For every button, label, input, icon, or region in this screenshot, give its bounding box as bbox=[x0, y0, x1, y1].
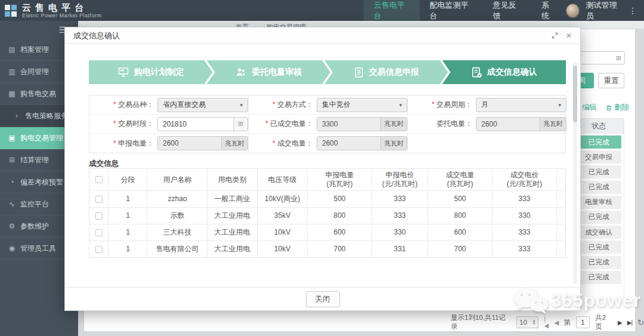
nav-item-distribution-monitor[interactable]: 配电监测平台 bbox=[420, 0, 483, 21]
status-badge: 已完成 bbox=[576, 165, 621, 178]
refresh-icon[interactable]: ↻ bbox=[637, 318, 644, 327]
empty-cell bbox=[408, 134, 566, 153]
status-badge: 已完成 bbox=[576, 256, 621, 269]
more-menu-icon[interactable]: ⋮ bbox=[628, 6, 637, 16]
table-row[interactable]: 1 三大科技 大工业用电 10kV 600 330 600 333 bbox=[89, 224, 565, 241]
close-icon[interactable]: ✕ bbox=[566, 32, 572, 40]
step-deal-confirm[interactable]: 成交信息确认 bbox=[442, 60, 566, 84]
step-purchase-plan[interactable]: 购电计划制定 bbox=[89, 60, 213, 84]
modal-scrollbar[interactable] bbox=[573, 62, 577, 284]
settlement-icon: ⊞ bbox=[8, 156, 16, 164]
top-header: 云售电平台 Eletric Power Market Platform 云售电平… bbox=[0, 0, 644, 21]
input-value: 3300 bbox=[317, 118, 380, 131]
maximize-icon[interactable] bbox=[552, 32, 558, 39]
status-column: 已完成 交易申报 已完成 已完成 电量审核 已完成 成交确认 已完成 已完成 已… bbox=[574, 134, 624, 286]
entrust-volume-input[interactable]: 2600兆瓦时 bbox=[476, 117, 566, 131]
edit-button[interactable]: 编辑 bbox=[582, 103, 597, 113]
table-row[interactable]: 1 zzhao 一般工商业 10kV(商业) 500 333 500 333 bbox=[89, 191, 565, 208]
nav-item-feedback[interactable]: 意见反馈 bbox=[482, 0, 531, 21]
table-row[interactable]: 1 示数 大工业用电 35kV 800 333 800 330 bbox=[89, 208, 565, 224]
status-badge: 已完成 bbox=[576, 135, 621, 149]
select-all-checkbox[interactable] bbox=[95, 176, 103, 183]
page-size-select[interactable]: 10 ▲ ▼ bbox=[516, 316, 538, 328]
gear-icon: ⚙ bbox=[8, 222, 16, 230]
sidebar-item-label: 合同管理 bbox=[20, 67, 49, 77]
dealt-volume-input[interactable]: 3300兆瓦时 bbox=[317, 117, 407, 131]
field-label: 交易时段： bbox=[118, 119, 154, 128]
last-page-button[interactable]: ▶| bbox=[627, 319, 632, 326]
sidebar-item-label: 参数维护 bbox=[20, 221, 49, 232]
status-badge: 成交确认 bbox=[576, 226, 621, 239]
select-value: 省内直接交易 bbox=[163, 100, 206, 110]
reset-button[interactable]: 重置 bbox=[598, 73, 624, 88]
total-pages: 共2页 bbox=[595, 313, 612, 331]
field-label: 交易方式： bbox=[277, 100, 313, 109]
calendar-icon[interactable]: ⊞ bbox=[233, 118, 247, 131]
status-badge: 已完成 bbox=[576, 181, 621, 194]
sidebar-item-label: 监控平台 bbox=[20, 199, 49, 209]
logo-squares-icon bbox=[5, 5, 17, 17]
next-page-button[interactable]: ▶ bbox=[618, 319, 622, 326]
caret-down-icon: ▾ bbox=[240, 102, 243, 108]
select-value: 月 bbox=[481, 100, 488, 110]
col-declared-qty: 申报电量(兆瓦时) bbox=[308, 169, 372, 190]
delete-button[interactable]: 删除 bbox=[605, 103, 629, 113]
col-deal-qty: 成交电量(兆瓦时) bbox=[428, 169, 493, 190]
deal-volume-input[interactable]: 2600兆瓦时 bbox=[317, 136, 407, 150]
trade-variety-select[interactable]: 省内直接交易▾ bbox=[157, 98, 248, 112]
required-star: * bbox=[430, 100, 435, 109]
trade-timeslot-input[interactable]: 201810⊞ bbox=[157, 117, 248, 131]
submenu-arrow-icon: › bbox=[13, 112, 21, 120]
field-entrust-volume: 委托电量： 2600兆瓦时 bbox=[408, 115, 566, 134]
field-declared-volume: * 申报电量： 2600兆瓦时 bbox=[89, 134, 249, 153]
unit-addon: 兆瓦时 bbox=[221, 137, 247, 150]
calendar-icon: ⊞ bbox=[616, 54, 621, 62]
field-dealt-volume: * 已成交电量： 3300兆瓦时 bbox=[249, 115, 408, 134]
step-entrust-review[interactable]: 委托电量审核 bbox=[207, 60, 331, 84]
nav-item-system[interactable]: 系统 bbox=[531, 0, 566, 21]
declared-volume-input[interactable]: 2600兆瓦时 bbox=[157, 136, 248, 150]
row-checkbox[interactable] bbox=[95, 212, 103, 220]
col-filler bbox=[557, 169, 565, 190]
row-checkbox[interactable] bbox=[95, 229, 103, 236]
table-header-row: 分段 用户名称 用电类别 电压等级 申报电量(兆瓦时) 申报电价(元/兆瓦时) … bbox=[89, 169, 565, 191]
table-row[interactable]: 1 售电有限公司 大工业用电 10kV 700 331 700 333 bbox=[89, 241, 565, 257]
doc-icon: ▣ bbox=[8, 134, 16, 142]
field-trade-variety: * 交易品种： 省内直接交易▾ bbox=[89, 95, 249, 115]
watermark: 365power bbox=[512, 286, 641, 315]
column-divider bbox=[624, 118, 624, 303]
input-value: 2600 bbox=[317, 137, 380, 150]
prev-page-button[interactable]: ◀ bbox=[555, 319, 559, 326]
caret-down-icon: ▾ bbox=[558, 102, 561, 108]
step-trade-declare[interactable]: 交易信息申报 bbox=[324, 60, 448, 84]
unit-addon: 兆瓦时 bbox=[380, 137, 407, 150]
step-label: 委托电量审核 bbox=[252, 67, 302, 78]
contract-icon: ▥ bbox=[8, 67, 16, 76]
first-page-button[interactable]: |◀ bbox=[544, 316, 549, 329]
sidebar-item-label: 管理员工具 bbox=[20, 243, 56, 254]
field-label: 申报电量： bbox=[118, 139, 154, 147]
wechat-icon bbox=[512, 286, 550, 315]
app-logo: 云售电平台 Eletric Power Market Platform bbox=[0, 3, 122, 19]
caret-down-icon: ▾ bbox=[399, 102, 402, 108]
unit-addon: 兆瓦时 bbox=[540, 118, 566, 131]
field-deal-volume: * 成交电量： 2600兆瓦时 bbox=[249, 134, 408, 153]
row-checkbox[interactable] bbox=[95, 196, 103, 203]
nav-item-cloud-platform[interactable]: 云售电平台 bbox=[364, 0, 420, 21]
close-button[interactable]: 关闭 bbox=[306, 291, 340, 307]
scrollbar-thumb[interactable] bbox=[573, 66, 577, 122]
page-number-input[interactable]: 1 bbox=[576, 316, 590, 328]
trade-period-select[interactable]: 月▾ bbox=[476, 98, 566, 112]
trade-mode-select[interactable]: 集中竞价▾ bbox=[317, 98, 407, 112]
status-badge: 已完成 bbox=[576, 241, 621, 254]
avatar[interactable] bbox=[566, 4, 579, 18]
sidebar-item-label: 购电交易管理 bbox=[20, 133, 63, 143]
spinner-down-icon: ▼ bbox=[532, 322, 536, 325]
table-body: 1 zzhao 一般工商业 10kV(商业) 500 333 500 333 1… bbox=[89, 191, 565, 257]
document-icon bbox=[354, 67, 364, 78]
delete-label: 删除 bbox=[614, 103, 629, 113]
row-checkbox[interactable] bbox=[95, 246, 103, 253]
status-badge: 交易申报 bbox=[576, 150, 621, 164]
required-star: * bbox=[112, 100, 116, 109]
select-value: 集中竞价 bbox=[322, 100, 351, 110]
